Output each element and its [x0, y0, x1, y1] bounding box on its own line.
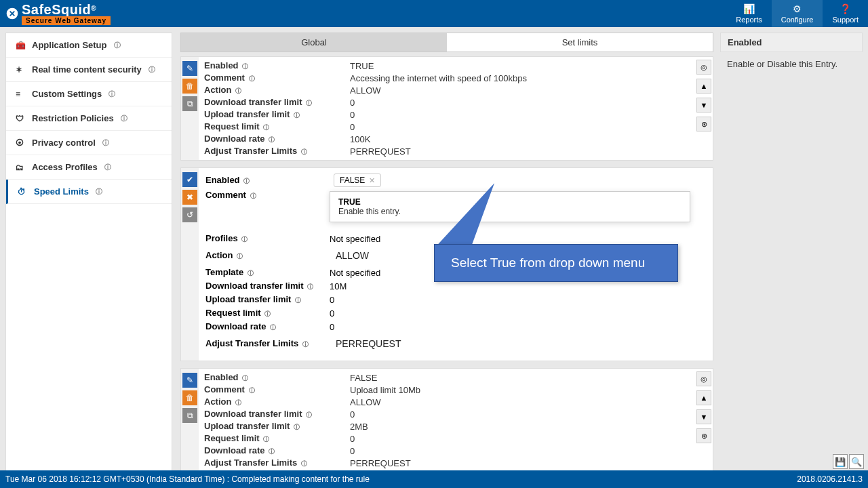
brand-reg: ®	[91, 5, 96, 12]
tag-remove-icon[interactable]: ✕	[369, 176, 375, 184]
move-down-button[interactable]: ▼	[696, 98, 711, 113]
info-icon: ⓘ	[96, 187, 102, 197]
enabled-value: TRUE	[350, 61, 695, 71]
move-up-button[interactable]: ▲	[696, 390, 711, 405]
more-button[interactable]: ⊛	[696, 117, 711, 131]
sidebar-item-privacy[interactable]: ⦿Privacy controlⓘ	[6, 131, 172, 155]
action-value: ALLOW	[350, 85, 695, 96]
tab-set-limits[interactable]: Set limits	[447, 33, 713, 52]
adjust-select[interactable]: PERREQUEST	[330, 335, 706, 352]
sidebar-item-realtime[interactable]: ✶Real time content securityⓘ	[6, 58, 172, 82]
move-up-button[interactable]: ▲	[696, 79, 711, 94]
save-button[interactable]: ✔	[182, 172, 197, 187]
clone-button[interactable]: ⧉	[182, 96, 197, 111]
tabs: Global Set limits	[180, 33, 713, 52]
dl-rate-input[interactable]: 0	[330, 322, 334, 332]
info-panel-title: Enabled	[720, 33, 863, 52]
briefcase-icon: 🧰	[16, 41, 25, 50]
logo-area: SafeSquid® Secure Web Gateway	[5, 2, 111, 25]
info-icon: ⓘ	[108, 89, 115, 99]
sidebar-item-access[interactable]: 🗂Access Profilesⓘ	[6, 155, 172, 180]
tagline: Secure Web Gateway	[22, 16, 111, 25]
nav-support[interactable]: ❓Support	[823, 0, 868, 27]
target-button[interactable]: ◎	[696, 60, 711, 75]
cancel-button[interactable]: ✖	[182, 190, 197, 205]
enabled-dropdown[interactable]: TRUE Enable this entry.	[330, 191, 690, 222]
gauge-icon: ⏱	[18, 187, 27, 197]
footer: Tue Mar 06 2018 16:12:12 GMT+0530 (India…	[0, 470, 868, 488]
shield-icon: 🛡	[16, 114, 25, 123]
header: SafeSquid® Secure Web Gateway 📊Reports ⚙…	[0, 0, 868, 27]
info-panel: Enabled Enable or Disable this Entry.	[720, 33, 863, 479]
info-icon: ⓘ	[149, 65, 155, 75]
nav-right: 📊Reports ⚙Configure ❓Support	[726, 0, 868, 27]
req-limit-input[interactable]: 0	[330, 308, 334, 319]
brand-name: SafeSquid	[22, 2, 91, 17]
entry-panel: ✎ 🗑 ⧉ Enabled ⓘFALSE Comment ⓘUpload lim…	[180, 368, 713, 472]
nav-reports[interactable]: 📊Reports	[726, 0, 772, 27]
footer-version: 2018.0206.2141.3	[797, 474, 863, 484]
revert-button[interactable]: ↺	[182, 207, 197, 222]
delete-button[interactable]: 🗑	[182, 79, 197, 94]
more-button[interactable]: ⊛	[696, 428, 711, 443]
info-icon: ⓘ	[104, 163, 111, 172]
info-icon: ⓘ	[114, 41, 121, 50]
comment-value: Accessing the internet with speed of 100…	[350, 73, 695, 83]
edit-button[interactable]: ✎	[182, 373, 197, 388]
footer-buttons: 💾 🔍	[833, 454, 864, 469]
info-icon: ⓘ	[102, 138, 109, 148]
dl-limit-input[interactable]: 10M	[330, 281, 347, 291]
sidebar-item-speed-limits[interactable]: ⏱Speed Limitsⓘ	[6, 180, 172, 204]
sidebar: 🧰Application Setupⓘ ✶Real time content s…	[5, 33, 172, 479]
info-panel-body: Enable or Disable this Entry.	[720, 52, 863, 76]
dropdown-option-true[interactable]: TRUE	[338, 197, 682, 207]
ul-limit-input[interactable]: 0	[330, 295, 334, 305]
sidebar-item-restriction[interactable]: 🛡Restriction Policiesⓘ	[6, 106, 172, 131]
profiles-value[interactable]: Not specified	[330, 234, 380, 244]
entry-panel: ✎ 🗑 ⧉ Enabled ⓘTRUE Comment ⓘAccessing t…	[180, 56, 713, 161]
callout: Select True from drop down menu	[434, 244, 678, 282]
folder-icon: 🗂	[16, 163, 25, 172]
delete-button[interactable]: 🗑	[182, 390, 197, 405]
tab-global[interactable]: Global	[181, 33, 447, 52]
nav-configure[interactable]: ⚙Configure	[772, 0, 823, 27]
eye-icon: ⦿	[16, 138, 25, 148]
target-button[interactable]: ◎	[696, 371, 711, 386]
support-icon: ❓	[840, 3, 851, 14]
footer-status: Tue Mar 06 2018 16:12:12 GMT+0530 (India…	[5, 474, 370, 484]
bug-icon: ✶	[16, 65, 25, 75]
edit-button[interactable]: ✎	[182, 61, 197, 76]
save-config-button[interactable]: 💾	[833, 454, 848, 469]
template-value[interactable]: Not specified	[330, 268, 380, 278]
logo-icon	[5, 7, 19, 20]
clone-button[interactable]: ⧉	[182, 408, 197, 423]
configure-icon: ⚙	[793, 3, 802, 14]
sidebar-item-application-setup[interactable]: 🧰Application Setupⓘ	[6, 33, 172, 58]
enabled-tag[interactable]: FALSE✕	[334, 174, 381, 187]
move-down-button[interactable]: ▼	[696, 409, 711, 424]
sidebar-item-custom[interactable]: ≡Custom Settingsⓘ	[6, 82, 172, 106]
reports-icon: 📊	[743, 3, 755, 14]
info-icon: ⓘ	[121, 114, 127, 123]
sliders-icon: ≡	[16, 89, 25, 99]
search-button[interactable]: 🔍	[849, 454, 864, 469]
